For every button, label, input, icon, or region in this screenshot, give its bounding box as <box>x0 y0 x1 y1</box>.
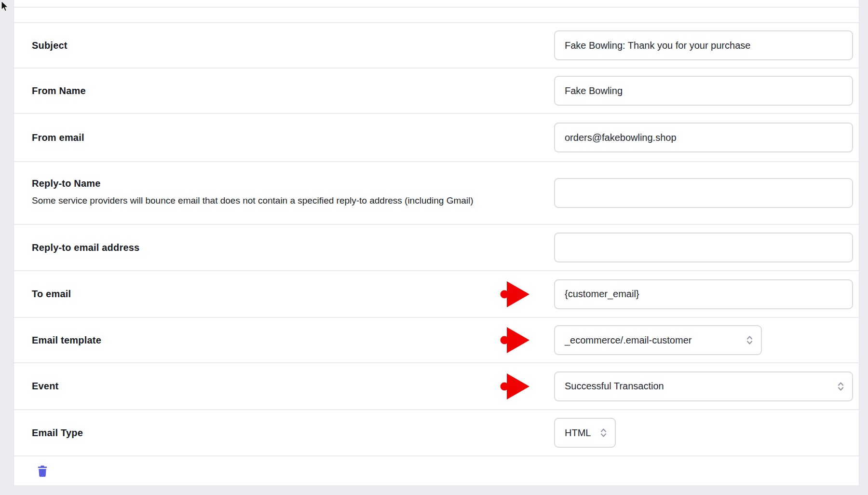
form-row-reply-to-name: Reply-to Name Some service providers wil… <box>14 161 859 224</box>
email-type-select-value: HTML <box>565 427 591 439</box>
subject-label: Subject <box>32 40 541 51</box>
form-row-email-type: Email Type HTML <box>14 409 859 455</box>
from-name-label: From Name <box>32 85 541 96</box>
from-email-label: From email <box>32 132 541 143</box>
event-select[interactable]: Successful Transaction <box>554 371 853 401</box>
empty-row <box>14 7 859 22</box>
trash-icon <box>37 465 48 478</box>
previous-row-stub <box>14 0 859 7</box>
email-type-label: Email Type <box>32 427 541 439</box>
cursor-icon <box>0 0 10 12</box>
form-row-reply-to-email: Reply-to email address <box>14 224 859 270</box>
red-arrow-icon <box>500 373 530 400</box>
email-type-select[interactable]: HTML <box>554 418 616 448</box>
email-template-select[interactable]: _ecommerce/.email-customer <box>554 325 762 355</box>
reply-to-name-help-text: Some service providers will bounce email… <box>32 192 495 208</box>
form-row-subject: Subject <box>14 22 859 68</box>
red-arrow-icon <box>500 327 530 354</box>
red-arrow-icon <box>500 281 530 308</box>
form-row-to-email: To email <box>14 270 859 317</box>
reply-to-email-label: Reply-to email address <box>32 242 541 253</box>
form-row-delete <box>14 455 859 486</box>
delete-button[interactable] <box>37 465 48 478</box>
email-settings-page: { "colors": { "page_background": "#ebebf… <box>0 0 868 495</box>
to-email-label: To email <box>32 289 541 300</box>
chevron-up-down-icon <box>837 381 845 392</box>
from-email-input[interactable] <box>554 123 853 152</box>
email-settings-card: Subject From Name From email Reply-to Na… <box>14 0 859 486</box>
subject-input[interactable] <box>554 30 853 60</box>
event-label: Event <box>32 381 541 392</box>
chevron-up-down-icon <box>599 427 608 439</box>
form-row-from-name: From Name <box>14 68 859 113</box>
event-select-value: Successful Transaction <box>565 381 664 392</box>
form-row-from-email: From email <box>14 113 859 161</box>
to-email-input[interactable] <box>554 279 853 309</box>
reply-to-name-label: Reply-to Name <box>32 178 541 189</box>
from-name-input[interactable] <box>554 76 853 106</box>
reply-to-name-input[interactable] <box>554 178 853 208</box>
email-template-label: Email template <box>32 335 541 346</box>
form-row-event: Event Successful Transaction <box>14 362 859 409</box>
email-template-select-value: _ecommerce/.email-customer <box>565 335 692 346</box>
chevron-up-down-icon <box>746 334 754 346</box>
form-row-email-template: Email template _ecommerce/.email-custome… <box>14 317 859 362</box>
reply-to-email-input[interactable] <box>554 233 853 262</box>
